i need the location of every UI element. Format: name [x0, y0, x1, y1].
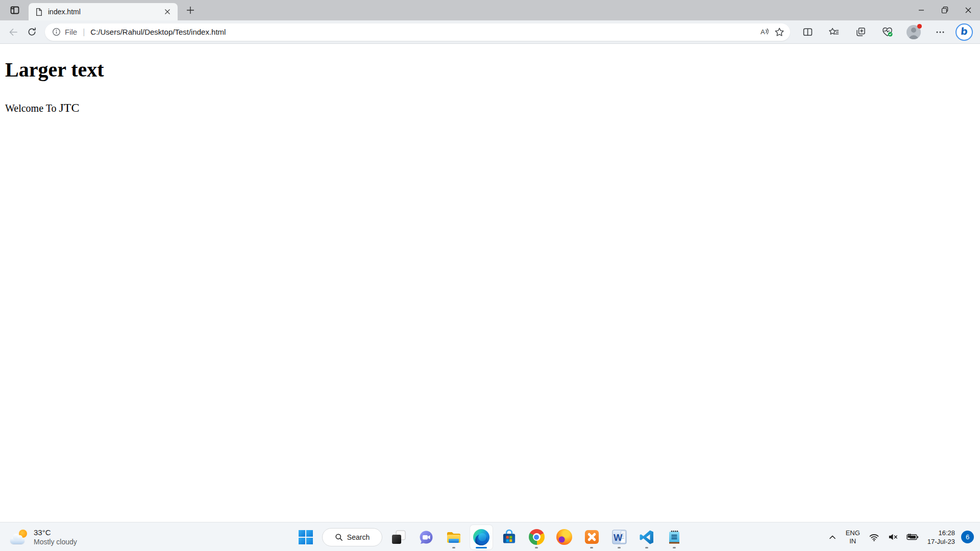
svg-text:W: W — [613, 532, 622, 543]
svg-text:A: A — [761, 28, 765, 36]
tray-time: 16:28 — [927, 529, 955, 537]
weather-condition: Mostly cloudy — [34, 537, 77, 546]
battery-button[interactable] — [903, 526, 922, 548]
page-content: Larger text Welcome To JTC — [0, 44, 980, 522]
page-icon — [35, 8, 43, 16]
tray-chevron-button[interactable] — [824, 526, 841, 548]
language-line2: IN — [846, 537, 860, 545]
tab-actions-menu-icon — [10, 5, 20, 15]
notification-count-badge[interactable]: 6 — [961, 531, 974, 543]
favorites-button[interactable] — [824, 23, 844, 41]
browser-window: index.html — [0, 0, 980, 522]
tab-close-button[interactable] — [161, 6, 174, 18]
running-indicator — [590, 547, 593, 548]
vscode-icon — [639, 530, 654, 545]
firefox-icon — [556, 529, 572, 545]
tab-strip: index.html — [0, 0, 980, 20]
file-explorer-button[interactable] — [443, 525, 465, 549]
taskbar: 33°C Mostly cloudy Search — [0, 522, 980, 551]
page-heading: Larger text — [5, 58, 980, 82]
scheme-label: File — [65, 28, 77, 36]
settings-more-button[interactable] — [930, 23, 950, 41]
weather-icon — [10, 529, 29, 545]
running-indicator — [645, 547, 648, 548]
browser-essentials-button[interactable] — [877, 23, 897, 41]
file-explorer-icon — [446, 529, 462, 545]
split-screen-button[interactable] — [797, 23, 818, 41]
profile-notification-dot — [917, 24, 922, 29]
clock[interactable]: 16:2817-Jul-23 — [923, 526, 959, 548]
chat-button[interactable] — [415, 525, 437, 549]
active-indicator — [476, 547, 487, 548]
task-view-icon — [391, 530, 406, 545]
tab-actions-menu-button[interactable] — [6, 2, 23, 19]
running-indicator — [618, 547, 621, 548]
network-button[interactable] — [865, 526, 883, 548]
taskbar-search[interactable]: Search — [322, 528, 382, 546]
volume-muted-icon — [888, 532, 898, 542]
address-bar[interactable]: File | C:/Users/Rahul/Desktop/Test/index… — [45, 23, 790, 41]
microsoft-store-button[interactable] — [498, 525, 520, 549]
chat-icon — [419, 530, 434, 545]
edge-icon — [473, 529, 489, 545]
volume-button[interactable] — [884, 526, 902, 548]
firefox-button[interactable] — [553, 525, 575, 549]
bing-chat-button[interactable]: b — [955, 23, 973, 41]
xampp-icon — [584, 529, 600, 545]
new-tab-button[interactable] — [182, 2, 199, 19]
chrome-icon — [529, 529, 545, 545]
language-indicator[interactable]: ENGIN — [842, 526, 864, 548]
back-button[interactable] — [4, 23, 22, 41]
read-aloud-button[interactable]: A — [756, 24, 772, 40]
restore-button[interactable] — [933, 0, 957, 20]
refresh-button[interactable] — [22, 23, 41, 41]
system-tray: ENGIN 16:2817 — [824, 522, 976, 551]
search-label: Search — [347, 533, 370, 541]
window-controls — [910, 0, 980, 20]
close-window-button[interactable] — [957, 0, 980, 20]
welcome-prefix: Welcome To — [5, 103, 59, 114]
running-indicator — [673, 547, 676, 548]
url-separator: | — [83, 28, 85, 37]
minimize-button[interactable] — [910, 0, 933, 20]
browser-tab-active[interactable]: index.html — [29, 3, 178, 20]
word-button[interactable]: W — [608, 525, 630, 549]
chrome-button[interactable] — [525, 525, 548, 549]
favorite-star-button[interactable] — [772, 24, 787, 40]
tray-date: 17-Jul-23 — [927, 537, 955, 546]
language-line1: ENG — [846, 529, 860, 537]
wifi-icon — [869, 532, 879, 542]
notepad-icon — [667, 530, 682, 545]
url-text[interactable]: C:/Users/Rahul/Desktop/Test/index.html — [90, 28, 756, 36]
running-indicator — [535, 547, 538, 548]
task-view-button[interactable] — [387, 525, 410, 549]
welcome-text: Welcome To JTC — [5, 101, 980, 115]
profile-button[interactable] — [903, 23, 924, 41]
taskbar-center: Search — [295, 522, 685, 551]
edge-button[interactable] — [470, 525, 493, 549]
bing-chat-icon: b — [960, 27, 968, 37]
word-icon: W — [611, 529, 627, 545]
windows-start-icon — [298, 530, 313, 545]
search-icon — [335, 533, 343, 541]
battery-icon — [906, 532, 919, 542]
browser-toolbar: File | C:/Users/Rahul/Desktop/Test/index… — [0, 20, 980, 44]
welcome-emphasis: JTC — [59, 101, 79, 114]
start-button[interactable] — [295, 525, 317, 549]
collections-button[interactable] — [850, 23, 871, 41]
store-icon — [501, 529, 517, 545]
notepad-button[interactable] — [663, 525, 685, 549]
weather-widget[interactable]: 33°C Mostly cloudy — [6, 522, 81, 551]
weather-temperature: 33°C — [34, 528, 77, 537]
info-icon[interactable] — [52, 28, 61, 36]
tray-chevron-icon — [828, 533, 837, 542]
vscode-button[interactable] — [635, 525, 658, 549]
running-indicator — [452, 547, 455, 548]
xampp-button[interactable] — [580, 525, 603, 549]
tab-title: index.html — [48, 8, 157, 16]
